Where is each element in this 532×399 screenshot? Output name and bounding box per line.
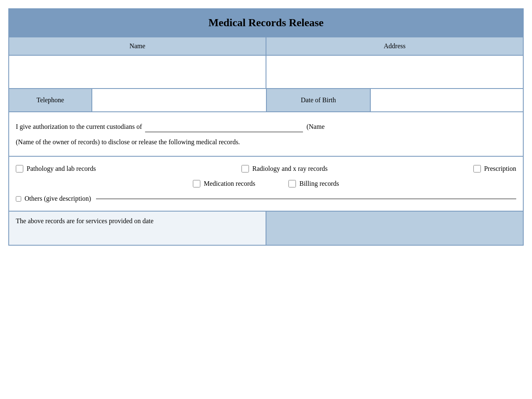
telephone-label: Telephone — [37, 96, 64, 103]
others-description-line — [96, 199, 516, 199]
radiology-checkbox-item: Radiology and x ray records — [241, 165, 328, 172]
pathology-checkbox[interactable] — [16, 165, 23, 172]
bottom-right-cell — [266, 212, 523, 245]
others-checkbox[interactable] — [16, 196, 21, 202]
bottom-left-text: The above records are for services provi… — [16, 217, 153, 224]
auth-text-second-line: (Name of the owner of records) to disclo… — [16, 136, 516, 148]
address-header-cell: Address — [266, 37, 523, 55]
auth-text-after-name: (Name — [306, 123, 325, 130]
address-input-cell[interactable] — [266, 56, 523, 88]
others-label: Others (give description) — [25, 195, 91, 202]
dob-label-cell: Date of Birth — [267, 89, 371, 111]
auth-section: I give authorization to the current cust… — [9, 112, 523, 157]
pathology-checkbox-item: Pathology and lab records — [16, 165, 96, 172]
checkbox-row-1: Pathology and lab records Radiology and … — [16, 165, 516, 172]
telephone-input-cell[interactable] — [92, 89, 267, 111]
auth-text-continuation: (Name of the owner of records) to disclo… — [16, 138, 240, 145]
prescription-label: Prescription — [484, 165, 516, 172]
medication-checkbox[interactable] — [193, 180, 200, 187]
address-label: Address — [384, 42, 405, 49]
name-label: Name — [129, 42, 145, 49]
dob-label: Date of Birth — [301, 96, 336, 103]
name-header-cell: Name — [9, 37, 266, 55]
others-row: Others (give description) — [16, 195, 516, 202]
billing-checkbox-item: Billing records — [288, 180, 339, 187]
bottom-left-cell: The above records are for services provi… — [9, 212, 266, 245]
form-container: Medical Records Release Name Address Tel… — [8, 8, 524, 246]
medication-checkbox-item: Medication records — [193, 180, 255, 187]
dob-input[interactable] — [375, 93, 519, 101]
telephone-input[interactable] — [96, 93, 262, 101]
auth-text-before: I give authorization to the current cust… — [16, 123, 142, 130]
billing-label: Billing records — [299, 180, 339, 187]
address-input[interactable] — [271, 60, 519, 81]
checkboxes-section: Pathology and lab records Radiology and … — [9, 157, 523, 212]
prescription-checkbox[interactable] — [473, 165, 481, 172]
name-address-input-row — [9, 56, 523, 89]
name-input[interactable] — [13, 60, 261, 81]
prescription-checkbox-item: Prescription — [473, 165, 516, 172]
telephone-label-cell: Telephone — [9, 89, 92, 111]
radiology-checkbox[interactable] — [241, 165, 249, 172]
pathology-label: Pathology and lab records — [27, 165, 96, 172]
billing-checkbox[interactable] — [288, 180, 296, 187]
radiology-label: Radiology and x ray records — [252, 165, 328, 172]
title-row: Medical Records Release — [9, 9, 523, 37]
bottom-row: The above records are for services provi… — [9, 212, 523, 245]
form-title: Medical Records Release — [208, 17, 323, 29]
name-input-cell[interactable] — [9, 56, 266, 88]
checkbox-row-2: Medication records Billing records — [16, 180, 516, 187]
auth-name-line — [145, 121, 303, 132]
telephone-dob-row: Telephone Date of Birth — [9, 89, 523, 112]
medication-label: Medication records — [204, 180, 255, 187]
name-address-header: Name Address — [9, 37, 523, 56]
auth-text: I give authorization to the current cust… — [16, 121, 516, 132]
dob-input-cell[interactable] — [371, 89, 523, 111]
